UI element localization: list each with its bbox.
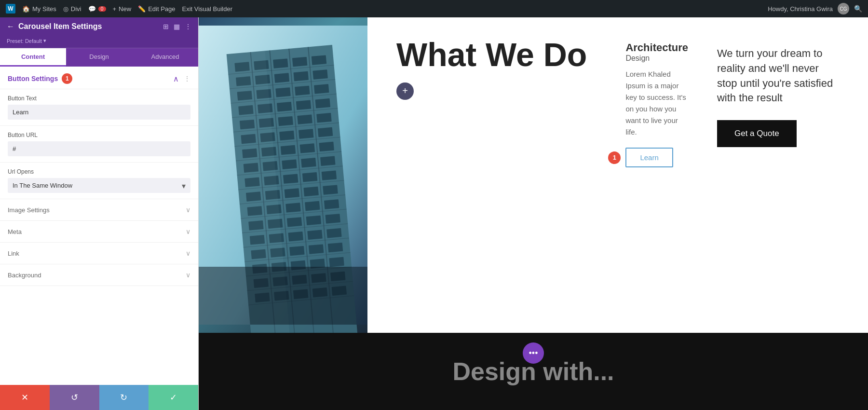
panel-content: Button Settings 1 ∧ ⋮ Button Text Button… <box>0 67 198 385</box>
pencil-icon: ✏️ <box>138 5 146 13</box>
svg-rect-40 <box>301 158 316 168</box>
save-button[interactable]: ✓ <box>149 385 198 410</box>
svg-rect-65 <box>307 230 322 240</box>
panel-toolbar: ✕ ↺ ↻ ✓ <box>0 385 198 410</box>
svg-rect-20 <box>296 100 311 110</box>
layout-icon[interactable]: ▦ <box>174 23 180 30</box>
svg-rect-30 <box>298 129 313 139</box>
background-title: Background <box>8 272 41 279</box>
svg-rect-69 <box>289 246 304 256</box>
home-icon: 🏠 <box>22 5 30 13</box>
undo-button[interactable]: ↺ <box>50 385 99 410</box>
back-button[interactable]: ← <box>7 22 14 31</box>
button-text-input[interactable] <box>8 105 190 120</box>
tagline: We turn your dream to reality and we'll … <box>717 46 839 106</box>
avatar: CG <box>838 3 849 14</box>
divi-menu[interactable]: ◎ Divi <box>63 5 81 13</box>
cancel-button[interactable]: ✕ <box>0 385 50 410</box>
button-url-input[interactable] <box>8 141 190 156</box>
svg-rect-50 <box>303 187 318 197</box>
carousel-image <box>199 17 367 333</box>
svg-rect-14 <box>275 87 290 97</box>
tab-design[interactable]: Design <box>66 48 132 67</box>
learn-button[interactable]: Learn <box>625 148 673 167</box>
new-content-menu[interactable]: + New <box>113 5 132 13</box>
item-category: Architecture <box>625 41 688 54</box>
svg-rect-55 <box>305 201 320 211</box>
tab-content[interactable]: Content <box>0 48 66 67</box>
svg-rect-41 <box>320 156 335 166</box>
svg-rect-51 <box>323 185 338 195</box>
main-layout: ← Carousel Item Settings ⊞ ▦ ⋮ Preset: D… <box>0 17 868 410</box>
add-carousel-item-button[interactable]: + <box>396 82 414 100</box>
collapse-icon[interactable]: ∧ <box>173 74 179 83</box>
bubble-icon: 💬 <box>88 5 96 13</box>
url-opens-label: Url Opens <box>8 168 190 175</box>
svg-rect-109 <box>199 267 367 325</box>
exit-visual-builder-button[interactable]: Exit Visual Builder <box>182 5 233 13</box>
svg-rect-16 <box>314 84 329 94</box>
panel-tabs: Content Design Advanced <box>0 48 198 67</box>
big-title: What We Do <box>396 37 587 73</box>
svg-rect-15 <box>295 86 310 96</box>
carousel-item-details: Architecture Design Lorem Khaled Ipsum i… <box>625 37 688 314</box>
my-sites-menu[interactable]: 🏠 My Sites <box>22 5 56 13</box>
background-chevron: ∨ <box>186 271 190 279</box>
right-text-block: We turn your dream to reality and we'll … <box>717 37 839 314</box>
svg-rect-24 <box>278 116 293 126</box>
svg-rect-36 <box>319 142 334 152</box>
item-description: Lorem Khaled Ipsum is a major key to suc… <box>625 68 688 138</box>
svg-rect-71 <box>328 243 343 253</box>
svg-rect-44 <box>283 174 298 184</box>
menu-icon[interactable]: ⋮ <box>185 23 191 30</box>
image-settings-header[interactable]: Image Settings ∨ <box>0 199 198 220</box>
building-illustration <box>199 17 367 333</box>
url-opens-select[interactable]: In The Same Window In A New Window <box>8 178 190 193</box>
resize-icon[interactable]: ⊞ <box>163 23 169 30</box>
button-settings-badge: 1 <box>62 73 72 84</box>
svg-rect-10 <box>294 71 309 82</box>
svg-rect-64 <box>288 232 303 242</box>
link-section: Link ∨ <box>0 243 198 264</box>
panel-header: ← Carousel Item Settings ⊞ ▦ ⋮ <box>0 17 198 36</box>
svg-rect-56 <box>324 199 339 209</box>
svg-rect-31 <box>318 127 333 137</box>
svg-rect-6 <box>312 55 326 65</box>
comments-menu[interactable]: 💬 0 <box>88 5 106 13</box>
section-menu-icon[interactable]: ⋮ <box>184 75 190 82</box>
learn-button-badge: 1 <box>608 151 621 164</box>
link-header[interactable]: Link ∨ <box>0 243 198 264</box>
svg-rect-21 <box>315 98 330 109</box>
wordpress-icon[interactable]: W <box>6 4 15 14</box>
svg-rect-60 <box>306 216 321 226</box>
svg-rect-46 <box>322 170 337 180</box>
preset-selector[interactable]: Preset: Default ▾ <box>7 38 191 44</box>
item-subtitle: Design <box>625 54 688 63</box>
svg-rect-54 <box>285 203 300 213</box>
plus-icon: + <box>113 5 117 13</box>
divi-icon: ◎ <box>63 5 68 13</box>
search-icon[interactable]: 🔍 <box>854 5 862 13</box>
settings-panel: ← Carousel Item Settings ⊞ ▦ ⋮ Preset: D… <box>0 17 199 410</box>
get-quote-button[interactable]: Get a Quote <box>717 120 797 147</box>
background-header[interactable]: Background ∨ <box>0 264 198 286</box>
tab-advanced[interactable]: Advanced <box>132 48 198 67</box>
link-chevron: ∨ <box>186 249 190 257</box>
svg-rect-39 <box>282 159 297 169</box>
button-url-group: Button URL <box>0 126 198 163</box>
svg-rect-9 <box>274 73 289 83</box>
admin-bar: W 🏠 My Sites ◎ Divi 💬 0 + New ✏️ Edit Pa… <box>0 0 868 17</box>
link-title: Link <box>8 250 19 257</box>
image-settings-chevron: ∨ <box>186 206 190 214</box>
svg-rect-59 <box>287 217 302 227</box>
svg-rect-11 <box>312 69 327 80</box>
meta-header[interactable]: Meta ∨ <box>0 221 198 242</box>
howdy-text: Howdy, Christina Gwira <box>768 5 833 13</box>
redo-button[interactable]: ↻ <box>99 385 149 410</box>
svg-rect-61 <box>326 214 340 224</box>
edit-page-button[interactable]: ✏️ Edit Page <box>138 5 175 13</box>
button-settings-section-header: Button Settings 1 ∧ ⋮ <box>0 67 198 89</box>
svg-rect-34 <box>281 145 296 155</box>
carousel-left-text: What We Do + <box>396 37 587 314</box>
svg-rect-29 <box>279 131 294 141</box>
